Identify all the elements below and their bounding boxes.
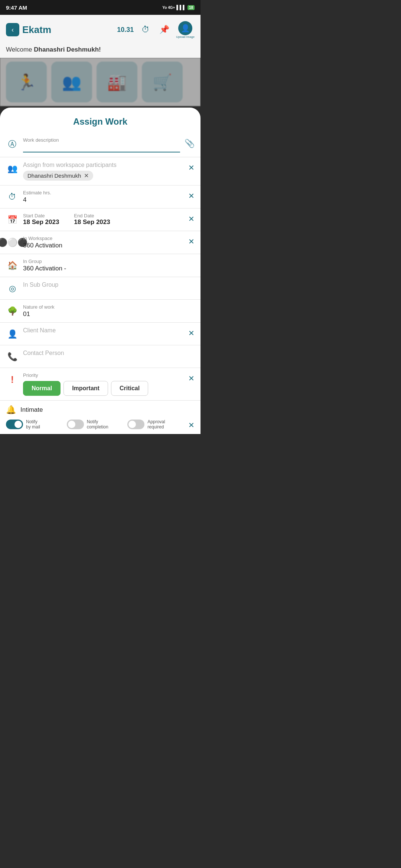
welcome-bar: Welcome Dhanashri Deshmukh! [0, 45, 200, 58]
signal-icon: ▌▌▌ [176, 5, 186, 10]
priority-normal-button[interactable]: Normal [23, 381, 61, 396]
nature-icon: 🌳 [6, 305, 19, 318]
notify-completion-toggle[interactable] [67, 420, 84, 429]
priority-critical-button[interactable]: Critical [111, 381, 148, 396]
workspace-row: ⚫⚪⚫ In Workspace 360 Activation ✕ [0, 231, 200, 254]
approval-required-toggle[interactable] [127, 420, 144, 429]
clear-intimate-button[interactable]: ✕ [188, 419, 195, 430]
upload-label: Upload Image [176, 35, 195, 39]
header-right: 10.31 ⏱ 📌 👤 Upload Image [117, 21, 195, 39]
status-time: 9:47 AM [6, 4, 27, 11]
priority-label: Priority [23, 372, 184, 378]
notify-completion-toggle-item: Notifycompletion [67, 419, 125, 430]
clear-client-button[interactable]: ✕ [188, 327, 195, 338]
date-row: 📅 Start Date 18 Sep 2023 End Date 18 Sep… [0, 208, 200, 231]
clear-estimate-button[interactable]: ✕ [188, 190, 195, 200]
clear-date-button[interactable]: ✕ [188, 213, 195, 223]
user-name: Dhanashri Deshmukh! [34, 46, 101, 53]
subgroup-row: ◎ In Sub Group [0, 277, 200, 300]
end-date-label: End Date [74, 213, 110, 218]
start-date-field[interactable]: Start Date 18 Sep 2023 [23, 213, 59, 226]
welcome-text: Welcome Dhanashri Deshmukh! [6, 46, 101, 53]
client-icon: 👤 [6, 328, 19, 341]
assign-work-modal: Assign Work Ⓐ Work description 📎 👥 Assig… [0, 108, 200, 434]
remove-assignee-button[interactable]: ✕ [84, 172, 89, 179]
grid-card-2[interactable]: 👥 [51, 62, 92, 102]
subgroup-icon: ◎ [6, 282, 19, 295]
assign-row: 👥 Assign from workspace participants Dha… [0, 157, 200, 185]
balance: 10.31 [117, 26, 134, 34]
nature-row: 🌳 Nature of work 01 [0, 300, 200, 323]
group-label: In Group [23, 259, 195, 264]
assignee-name: Dhanashri Deshmukh [27, 172, 81, 179]
start-date-value: 18 Sep 2023 [23, 218, 59, 226]
network-label: Yo 4G+ [162, 6, 175, 10]
group-icon: 🏠 [6, 259, 19, 272]
contact-row: 📞 Contact Person [0, 345, 200, 368]
approval-required-toggle-item: Approvalrequired [127, 419, 185, 430]
notify-mail-toggle-item: Notifyby mail [6, 419, 64, 430]
battery-indicator: 18 [188, 5, 195, 10]
assign-placeholder: Assign from workspace participants [23, 162, 184, 168]
upload-button[interactable]: 👤 Upload Image [176, 21, 195, 39]
notify-completion-label: Notifycompletion [87, 419, 108, 430]
contact-icon: 📞 [6, 351, 19, 363]
priority-group: Normal Important Critical [23, 381, 184, 396]
work-desc-label: Work description [23, 137, 180, 143]
back-button[interactable]: ‹ [6, 23, 19, 36]
grid-card-4[interactable]: 🛒 [142, 62, 183, 102]
app-header: ‹ Ekatm 10.31 ⏱ 📌 👤 Upload Image [0, 15, 200, 45]
end-date-field[interactable]: End Date 18 Sep 2023 [74, 213, 110, 226]
group-row: 🏠 In Group 360 Activation - [0, 254, 200, 277]
client-row: 👤 Client Name ✕ [0, 323, 200, 345]
work-icon: Ⓐ [6, 138, 19, 151]
nature-label: Nature of work [23, 304, 195, 310]
bell-icon: 🔔 [6, 405, 16, 415]
clock-icon[interactable]: ⏱ [139, 23, 152, 36]
app-name: Ekatm [22, 24, 51, 36]
workspace-label: In Workspace [23, 236, 184, 241]
participants-icon: 👥 [6, 162, 19, 175]
subgroup-placeholder[interactable]: In Sub Group [23, 282, 195, 288]
user-avatar: 👤 [178, 21, 192, 35]
start-date-label: Start Date [23, 213, 59, 218]
clear-workspace-button[interactable]: ✕ [188, 236, 195, 246]
approval-required-label: Approvalrequired [147, 419, 165, 430]
notify-mail-toggle[interactable] [6, 420, 23, 429]
clock-field-icon: ⏱ [6, 191, 19, 203]
intimate-row: 🔔 Intimate Notifyby mail Notifycompletio… [0, 401, 200, 434]
group-value[interactable]: 360 Activation - [23, 265, 195, 272]
estimate-row: ⏱ Estimate hrs. 4 ✕ [0, 185, 200, 208]
priority-icon: ! [6, 373, 19, 386]
nature-value[interactable]: 01 [23, 310, 195, 318]
icon-grid: 🏃 👥 🏭 🛒 [0, 58, 200, 106]
estimate-label: Estimate hrs. [23, 190, 184, 195]
location-icon[interactable]: 📌 [157, 23, 171, 36]
grid-card-3[interactable]: 🏭 [97, 62, 137, 102]
attach-icon[interactable]: 📎 [185, 137, 195, 148]
grid-card-1[interactable]: 🏃 [6, 62, 47, 102]
app-logo: ‹ Ekatm [6, 23, 51, 36]
work-desc-input[interactable] [23, 144, 180, 152]
contact-placeholder[interactable]: Contact Person [23, 350, 195, 356]
assignee-chip: Dhanashri Deshmukh ✕ [23, 171, 93, 181]
priority-row: ! Priority Normal Important Critical ✕ [0, 368, 200, 401]
clear-assign-button[interactable]: ✕ [188, 162, 195, 172]
estimate-value[interactable]: 4 [23, 196, 184, 204]
end-date-value: 18 Sep 2023 [74, 218, 110, 226]
clear-priority-button[interactable]: ✕ [188, 372, 195, 383]
intimate-label: Intimate [20, 406, 43, 414]
calendar-icon: 📅 [6, 214, 19, 226]
workspace-value[interactable]: 360 Activation [23, 242, 184, 249]
status-bar: 9:47 AM Yo 4G+ ▌▌▌ 18 [0, 0, 200, 15]
work-description-row: Ⓐ Work description 📎 [0, 133, 200, 157]
workspace-icon: ⚫⚪⚫ [6, 236, 19, 249]
client-placeholder[interactable]: Client Name [23, 327, 184, 334]
priority-important-button[interactable]: Important [63, 381, 108, 396]
notify-mail-label: Notifyby mail [26, 419, 40, 430]
modal-title: Assign Work [0, 108, 200, 133]
